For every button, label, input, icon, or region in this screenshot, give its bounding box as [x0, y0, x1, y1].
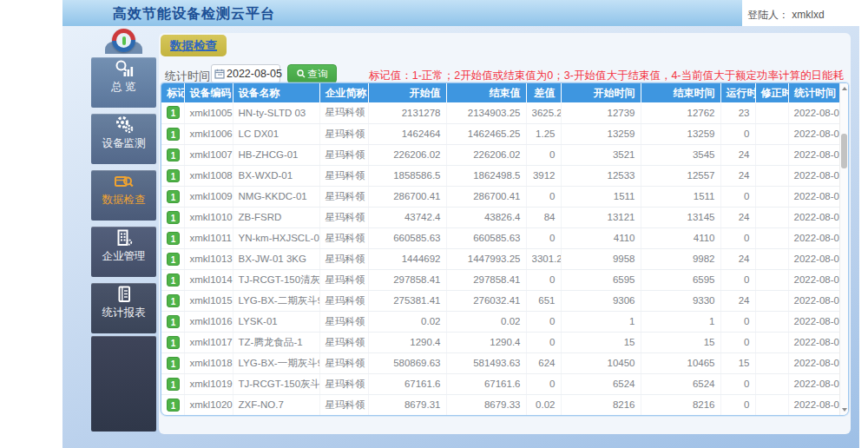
table-cell: 660585.63 — [446, 227, 526, 248]
table-cell: BX-JW-01 3KG — [233, 248, 319, 269]
table-scrollbar[interactable] — [839, 83, 848, 415]
table-cell: 297858.41 — [368, 269, 446, 290]
table-cell: 651 — [526, 290, 561, 311]
data-check-icon — [113, 170, 135, 193]
table-row: 1xmkl1011YN-km-HXJSCL-01星玛科领660585.63660… — [161, 227, 841, 248]
table-cell: 星玛科领 — [319, 227, 368, 248]
date-input[interactable]: 2022-08-05 — [211, 64, 280, 83]
table-cell: 24 — [720, 248, 755, 269]
table-cell: 2022-08-05 — [788, 248, 841, 269]
table-row: 1xmkl1018LYG-BX-一期灰斗90KW星玛科领580869.63581… — [161, 352, 841, 373]
sidebar-item-enterprise[interactable]: 企业管理 — [91, 227, 156, 277]
table-cell: 2022-08-05 — [788, 290, 841, 311]
table-cell: 2022-08-05 — [788, 373, 841, 394]
table-cell: 624 — [526, 352, 561, 373]
table-cell: 12739 — [561, 102, 641, 123]
table-cell: 43742.4 — [368, 207, 446, 227]
table-cell: 1290.4 — [446, 332, 526, 352]
table-cell: 2022-08-05 — [788, 332, 841, 352]
table-cell: 2022-08-05 — [788, 123, 841, 144]
sidebar-item-report[interactable]: 统计报表 — [91, 283, 156, 333]
table-cell: 0 — [526, 186, 561, 207]
table-cell: 13259 — [641, 123, 720, 144]
table-cell: 星玛科领 — [319, 373, 368, 394]
scrollbar-thumb[interactable] — [841, 134, 847, 168]
data-check-tab-button[interactable]: 数据检查 — [161, 35, 227, 56]
mark-badge: 1 — [167, 336, 180, 349]
table-cell: 星玛科领 — [319, 352, 368, 373]
table-cell: 星玛科领 — [319, 290, 368, 311]
table-cell: 1 — [161, 227, 184, 248]
table-cell: 1 — [161, 332, 184, 352]
table-cell: 1862498.5 — [446, 165, 526, 186]
table-cell: 13121 — [561, 207, 641, 227]
column-header: 差值 — [526, 83, 561, 102]
table-cell: 84 — [526, 207, 561, 227]
table-cell: 星玛科领 — [319, 207, 368, 227]
table-cell: 星玛科领 — [319, 144, 368, 165]
table-cell: 1447993.25 — [446, 248, 526, 269]
table-cell: 24 — [720, 165, 755, 186]
table-cell: 8216 — [641, 394, 720, 415]
table-cell: 0.02 — [446, 311, 526, 332]
table-cell: 4110 — [641, 227, 720, 248]
search-icon — [297, 69, 306, 78]
table-cell: 0 — [526, 311, 561, 332]
mark-badge: 1 — [167, 294, 180, 307]
calendar-icon[interactable] — [214, 69, 225, 79]
device-monitor-icon — [113, 114, 135, 136]
scroll-down-arrow-icon[interactable] — [842, 408, 847, 412]
table-cell: 2022-08-05 — [788, 352, 841, 373]
table-cell: 0.02 — [526, 394, 561, 415]
column-header: 设备名称 — [233, 83, 319, 102]
table-cell: 10465 — [641, 352, 720, 373]
table-cell: 15 — [641, 332, 720, 352]
table-cell: 2022-08-05 — [788, 269, 841, 290]
column-header: 企业简称 — [319, 83, 368, 102]
column-header: 开始值 — [368, 83, 446, 102]
sidebar: 总 览 设备监测 数据检查 — [91, 29, 156, 417]
table-cell: BX-WXD-01 — [233, 165, 319, 186]
table-cell: 8216 — [561, 394, 641, 415]
scroll-up-arrow-icon[interactable] — [842, 87, 847, 90]
table-row: 1xmkl1016LYSK-01星玛科领0.020.0201102022-08-… — [161, 311, 841, 332]
mark-badge: 1 — [167, 106, 180, 119]
table-cell: 0 — [720, 394, 755, 415]
table-cell: 9330 — [641, 290, 720, 311]
sidebar-item-data-check[interactable]: 数据检查 — [91, 170, 156, 221]
table-cell: 2022-08-05 — [788, 311, 841, 332]
column-header: 修正时间 — [755, 83, 788, 102]
table-cell: 226206.02 — [368, 144, 446, 165]
table-cell: 2022-08-05 — [788, 144, 841, 165]
table-cell — [755, 165, 788, 186]
column-header: 统计时间 — [788, 83, 841, 102]
table-cell: xmkl1015 — [184, 290, 233, 311]
mark-badge: 1 — [167, 378, 180, 391]
table-cell: LYG-BX-一期灰斗90KW — [233, 352, 319, 373]
table-cell: xmkl1020 — [184, 394, 233, 415]
table-cell: 2022-08-05 — [788, 227, 841, 248]
table-cell: 星玛科领 — [319, 186, 368, 207]
table-cell: TJ-RCGT-150灰斗2 — [233, 373, 319, 394]
table-cell: 1444692 — [368, 248, 446, 269]
table-cell: NMG-KKDC-01 — [233, 186, 319, 207]
table-row: 1xmkl1010ZB-FSRD星玛科领43742.443826.4841312… — [161, 207, 841, 227]
table-row: 1xmkl1015LYG-BX-二期灰斗90KW星玛科领275381.41276… — [161, 290, 841, 311]
table-cell — [755, 207, 788, 227]
table-cell: 3301.25 — [526, 248, 561, 269]
table-cell: 6595 — [561, 269, 641, 290]
table-cell: 0 — [720, 123, 755, 144]
table-cell — [755, 144, 788, 165]
table-cell: 67161.6 — [368, 373, 446, 394]
table-cell: 1858586.5 — [368, 165, 446, 186]
table-cell: 1462464 — [368, 123, 446, 144]
sidebar-item-overview[interactable]: 总 览 — [91, 57, 156, 108]
table-cell: 2134903.25 — [446, 102, 526, 123]
mark-badge: 1 — [167, 232, 180, 245]
platform-logo-icon — [112, 29, 135, 52]
mark-badge: 1 — [167, 190, 180, 203]
top-header: 高效节能设备检测云平台 — [62, 0, 742, 26]
overview-icon — [113, 57, 135, 80]
sidebar-item-device-monitor[interactable]: 设备监测 — [91, 114, 156, 164]
query-button[interactable]: 查询 — [287, 64, 337, 83]
